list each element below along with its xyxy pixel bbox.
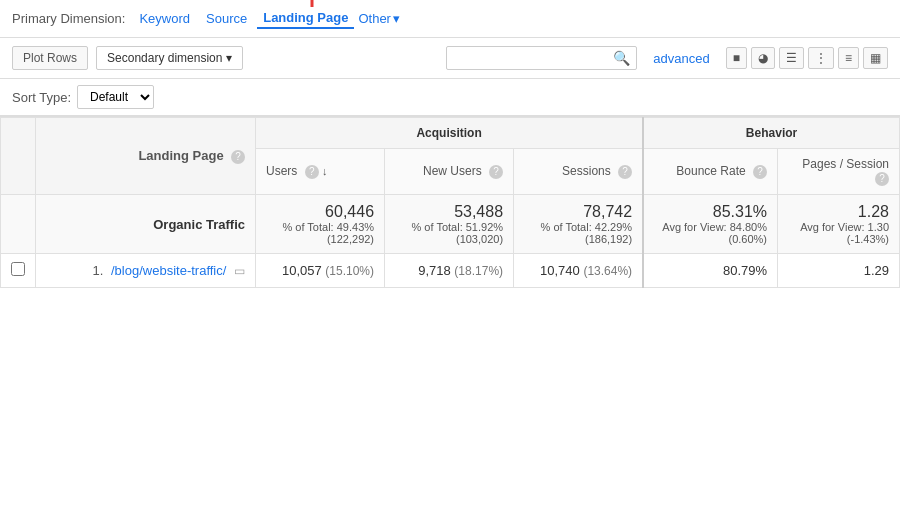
behavior-group-header: Behavior (643, 118, 899, 149)
sessions-help-icon[interactable]: ? (618, 165, 632, 179)
bounce-rate-col-header: Bounce Rate ? (643, 149, 777, 195)
advanced-link[interactable]: advanced (653, 51, 709, 66)
row1-new-users-value: 9,718 (418, 263, 451, 278)
row1-checkbox[interactable] (11, 262, 25, 276)
bar-view-button[interactable]: ☰ (779, 47, 804, 69)
row1-new-users-cell: 9,718 (18.17%) (385, 254, 514, 288)
secondary-dimension-button[interactable]: Secondary dimension ▾ (96, 46, 243, 70)
sort-type-label: Sort Type: (12, 90, 71, 105)
total-bounce-rate-sub: Avg for View: 84.80% (0.60%) (654, 221, 767, 245)
sessions-col-header: Sessions ? (514, 149, 644, 195)
row1-bounce-rate-cell: 80.79% (643, 254, 777, 288)
primary-dimension-bar: Primary Dimension: Keyword Source Landin… (0, 0, 900, 38)
sort-row: Sort Type: Default (0, 79, 900, 117)
group-header-row: Landing Page ? Acquisition Behavior (1, 118, 900, 149)
row1-new-users-pct: (18.17%) (454, 264, 503, 278)
row1-checkbox-cell (1, 254, 36, 288)
organic-traffic-label: Organic Traffic (153, 217, 245, 232)
total-label-cell: Organic Traffic (36, 195, 256, 254)
tab-landing-page[interactable]: Landing Page (257, 8, 354, 29)
total-users-cell: 60,446 % of Total: 49.43% (122,292) (256, 195, 385, 254)
tab-keyword[interactable]: Keyword (133, 9, 196, 28)
total-new-users-main: 53,488 (395, 203, 503, 221)
acquisition-group-header: Acquisition (256, 118, 644, 149)
pages-session-label: Pages / Session (802, 157, 889, 171)
pie-view-button[interactable]: ◕ (751, 47, 775, 69)
total-users-sub: % of Total: 49.43% (122,292) (266, 221, 374, 245)
row1-users-cell: 10,057 (15.10%) (256, 254, 385, 288)
pages-session-col-header: Pages / Session ? (778, 149, 900, 195)
search-input[interactable] (453, 51, 613, 66)
chevron-down-icon: ▾ (393, 11, 400, 26)
users-label: Users (266, 164, 297, 178)
users-help-icon[interactable]: ? (305, 165, 319, 179)
data-table: Landing Page ? Acquisition Behavior User… (0, 117, 900, 288)
row1-users-value: 10,057 (282, 263, 322, 278)
search-box: 🔍 (446, 46, 637, 70)
bounce-rate-help-icon[interactable]: ? (753, 165, 767, 179)
checkbox-header (1, 118, 36, 195)
row1-users-pct: (15.10%) (325, 264, 374, 278)
grid-view-button[interactable]: ■ (726, 47, 747, 69)
total-pages-session-main: 1.28 (788, 203, 889, 221)
row1-sessions-cell: 10,740 (13.64%) (514, 254, 644, 288)
landing-page-help-icon[interactable]: ? (231, 150, 245, 164)
row1-sessions-value: 10,740 (540, 263, 580, 278)
total-users-main: 60,446 (266, 203, 374, 221)
plot-rows-button[interactable]: Plot Rows (12, 46, 88, 70)
chevron-down-icon: ▾ (226, 51, 232, 65)
row1-number: 1. (93, 263, 104, 278)
bounce-rate-label: Bounce Rate (676, 164, 745, 178)
row1-sessions-pct: (13.64%) (583, 264, 632, 278)
sessions-label: Sessions (562, 164, 611, 178)
total-sessions-sub: % of Total: 42.29% (186,192) (524, 221, 632, 245)
total-new-users-sub: % of Total: 51.92% (103,020) (395, 221, 503, 245)
total-new-users-cell: 53,488 % of Total: 51.92% (103,020) (385, 195, 514, 254)
row1-page-cell: 1. /blog/website-traffic/ ▭ (36, 254, 256, 288)
total-sessions-main: 78,742 (524, 203, 632, 221)
view-icons-group: ■ ◕ ☰ ⋮ ≡ ▦ (726, 47, 888, 69)
total-pages-session-sub: Avg for View: 1.30 (-1.43%) (788, 221, 889, 245)
columns-view-button[interactable]: ▦ (863, 47, 888, 69)
tab-other[interactable]: Other ▾ (358, 11, 400, 26)
search-icon[interactable]: 🔍 (613, 50, 630, 66)
total-bounce-rate-main: 85.31% (654, 203, 767, 221)
users-col-header: Users ? ↓ (256, 149, 385, 195)
total-pages-session-cell: 1.28 Avg for View: 1.30 (-1.43%) (778, 195, 900, 254)
row1-pages-session-cell: 1.29 (778, 254, 900, 288)
toolbar-row: Plot Rows Secondary dimension ▾ 🔍 advanc… (0, 38, 900, 79)
new-users-help-icon[interactable]: ? (489, 165, 503, 179)
landing-page-header-cell: Landing Page ? (36, 118, 256, 195)
total-checkbox-cell (1, 195, 36, 254)
filter2-view-button[interactable]: ≡ (838, 47, 859, 69)
organic-traffic-row: Organic Traffic 60,446 % of Total: 49.43… (1, 195, 900, 254)
filter-view-button[interactable]: ⋮ (808, 47, 834, 69)
total-bounce-rate-cell: 85.31% Avg for View: 84.80% (0.60%) (643, 195, 777, 254)
table-row: 1. /blog/website-traffic/ ▭ 10,057 (15.1… (1, 254, 900, 288)
row1-bounce-rate-value: 80.79% (723, 263, 767, 278)
tab-source[interactable]: Source (200, 9, 253, 28)
pages-session-help-icon[interactable]: ? (875, 172, 889, 186)
copy-icon[interactable]: ▭ (234, 264, 245, 278)
row1-pages-session-value: 1.29 (864, 263, 889, 278)
new-users-label: New Users (423, 164, 482, 178)
sort-arrow-icon: ↓ (322, 165, 328, 177)
landing-page-col-label: Landing Page (138, 148, 223, 163)
new-users-col-header: New Users ? (385, 149, 514, 195)
primary-dimension-label: Primary Dimension: (12, 11, 125, 26)
total-sessions-cell: 78,742 % of Total: 42.29% (186,192) (514, 195, 644, 254)
row1-page-link[interactable]: /blog/website-traffic/ (111, 263, 226, 278)
sort-type-select[interactable]: Default (77, 85, 154, 109)
